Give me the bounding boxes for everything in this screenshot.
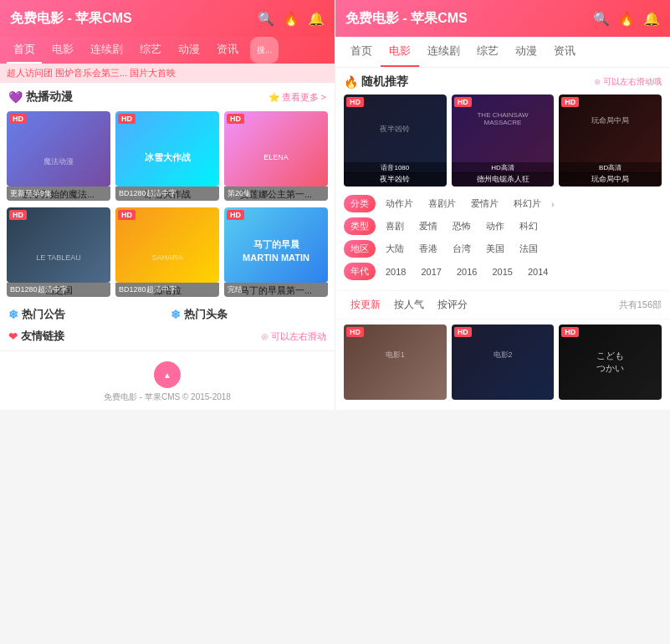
right-nav-anime[interactable]: 动漫 (507, 37, 545, 67)
left-nav-movie[interactable]: 电影 (45, 37, 80, 64)
cat-type-kongbu[interactable]: 恐怖 (448, 218, 476, 234)
random-card-1[interactable]: 夜半凶铃 HD 夜半凶铃 语音1080 (344, 95, 447, 187)
cat-label-year: 年代 (344, 263, 376, 280)
movie-badge-3: HD (227, 210, 244, 220)
random-scroll-hint: ⊙ 可以左右滑动哦 (594, 76, 662, 88)
right-nav-series[interactable]: 连续剧 (419, 37, 468, 67)
movie-card-3[interactable]: 马丁的早晨MARTIN MATIN HD 完结 马丁的早晨第一... (224, 207, 328, 297)
anime-card-3[interactable]: ELENA HD 第20集 艾莲娜公主第一... (224, 111, 328, 201)
sort-by-rating[interactable]: 按评分 (431, 296, 474, 314)
left-panel: 免费电影 - 苹果CMS 🔍 🔥 🔔 首页 电影 连续剧 综艺 动漫 资讯 搜.… (0, 0, 335, 410)
movie-overlay-3: 完结 (224, 283, 328, 297)
random-title-text: 随机推荐 (361, 74, 408, 89)
bell-icon[interactable]: 🔔 (308, 11, 325, 27)
cat-faguo[interactable]: 法国 (514, 241, 543, 257)
bottom-card-2[interactable]: 电影2 HD (452, 325, 555, 400)
cat-type-kehuan[interactable]: 科幻 (514, 218, 543, 234)
right-nav-news[interactable]: 资讯 (545, 37, 584, 67)
random-name-1: 夜半凶铃 (344, 172, 447, 187)
bottom-card-1[interactable]: 电影1 HD (344, 325, 447, 400)
friend-links-header: ❤ 友情链接 ⊙ 可以左右滑动 (8, 329, 326, 344)
right-header-icons: 🔍 🔥 🔔 (593, 11, 660, 27)
right-nav: 首页 电影 连续剧 综艺 动漫 资讯 (335, 37, 670, 68)
left-nav-news[interactable]: 资讯 (210, 37, 245, 64)
cat-2018[interactable]: 2018 (381, 265, 411, 279)
cat-xiju[interactable]: 喜剧片 (423, 196, 461, 212)
heart-icon: ❤ (8, 330, 18, 343)
friend-links-text: 友情链接 (21, 329, 64, 344)
cat-aiqing[interactable]: 爱情片 (466, 196, 504, 212)
bottom-card-3[interactable]: こどもつかい HD (559, 325, 662, 400)
sort-by-update[interactable]: 按更新 (344, 296, 387, 314)
cat-2014[interactable]: 2014 (523, 265, 553, 279)
right-bell-icon[interactable]: 🔔 (643, 11, 660, 27)
anime-overlay-1: 更新至第9集 (7, 187, 110, 201)
random-fire-icon: 🔥 (344, 75, 358, 89)
sort-bar: 按更新 按人气 按评分 共有156部 (335, 290, 670, 319)
star-icon: ⭐ (269, 92, 280, 103)
anime-badge-2: HD (118, 114, 136, 124)
category-row-type: 类型 喜剧 爱情 恐怖 动作 科幻 (344, 217, 662, 235)
movie-badge-1: HD (9, 210, 27, 220)
cat-type-aiqing[interactable]: 爱情 (414, 218, 442, 234)
headlines-section: ❄ 热门头条 (171, 307, 326, 322)
anime-title-text: 热播动漫 (26, 89, 73, 105)
anime-card-2[interactable]: 冰雪大作战 HD BD1280超清中字 冰雪大作战 (115, 111, 219, 201)
right-site-title: 免费电影 - 苹果CMS (345, 10, 468, 28)
notice-section: ❄ 热门公告 (8, 307, 164, 322)
random-badge-3: HD (561, 97, 579, 107)
cat-taiwan[interactable]: 台湾 (448, 241, 476, 257)
right-search-icon[interactable]: 🔍 (593, 11, 610, 27)
bottom-badge-1: HD (346, 327, 364, 337)
cat-type-dongzuo[interactable]: 动作 (481, 218, 509, 234)
fire-icon[interactable]: 🔥 (283, 11, 299, 27)
random-section: 🔥 随机推荐 ⊙ 可以左右滑动哦 夜半凶铃 HD 夜半凶铃 语音1080 THE… (335, 68, 670, 190)
footer-text: 免费电影 - 苹果CMS © 2015-2018 (104, 392, 231, 401)
anime-card-1[interactable]: 魔法动漫 HD 更新至第9集 从零开始的魔法... (7, 111, 110, 201)
random-card-3[interactable]: 玩命局中局 HD 玩命局中局 BD高清 (559, 95, 662, 187)
cat-2015[interactable]: 2015 (487, 265, 517, 279)
movie-card-1[interactable]: LE TABLEAU HD BD1280超清中字 画之国 (7, 207, 110, 297)
scroll-banner: 超人访问团 围炉音乐会第三... 国片大首映 (0, 64, 335, 83)
right-header: 免费电影 - 苹果CMS 🔍 🔥 🔔 (335, 0, 670, 37)
search-icon[interactable]: 🔍 (258, 11, 274, 27)
cat-2017[interactable]: 2017 (416, 265, 446, 279)
left-nav-search[interactable]: 搜... (250, 37, 279, 64)
movie-card-2[interactable]: SAHARA HD BD1280超清中字 撒哈拉 (115, 207, 219, 297)
cat-2016[interactable]: 2016 (452, 265, 482, 279)
cat-dalu[interactable]: 大陆 (381, 241, 409, 257)
sort-by-popularity[interactable]: 按人气 (387, 296, 431, 314)
left-header-icons: 🔍 🔥 🔔 (258, 11, 325, 27)
cat-type-xiju[interactable]: 喜剧 (381, 218, 409, 234)
anime-icon: 💜 (8, 90, 23, 104)
cat-meiguo[interactable]: 美国 (481, 241, 509, 257)
random-name-3: 玩命局中局 (559, 172, 662, 187)
anime-grid: 魔法动漫 HD 更新至第9集 从零开始的魔法... 冰雪大作战 HD BD128… (0, 108, 335, 204)
headlines-text: 热门头条 (184, 307, 228, 322)
left-header: 免费电影 - 苹果CMS 🔍 🔥 🔔 (0, 0, 335, 37)
category-row-region: 地区 大陆 香港 台湾 美国 法国 (344, 240, 662, 258)
bottom-sections: ❄ 热门公告 ❄ 热门头条 (0, 300, 335, 329)
friend-links-title: ❤ 友情链接 (8, 329, 64, 344)
left-nav-anime[interactable]: 动漫 (171, 37, 207, 64)
random-card-2[interactable]: THE CHAINSAWMASSACRE HD 德州电锯杀人狂 HD高清 (452, 95, 555, 187)
cat-dongzuo[interactable]: 动作片 (381, 196, 418, 212)
right-fire-icon[interactable]: 🔥 (618, 11, 635, 27)
right-nav-variety[interactable]: 综艺 (468, 37, 507, 67)
movie-badge-2: HD (118, 210, 136, 220)
snowflake-icon-2: ❄ (171, 308, 181, 321)
right-nav-home[interactable]: 首页 (342, 37, 381, 67)
anime-more-link[interactable]: ⭐ 查看更多 > (269, 91, 326, 104)
cat-xianggang[interactable]: 香港 (414, 241, 442, 257)
random-name-2: 德州电锯杀人狂 (452, 172, 555, 187)
cat-label-type: 类型 (344, 217, 376, 235)
left-nav-series[interactable]: 连续剧 (84, 37, 130, 64)
left-nav-variety[interactable]: 综艺 (133, 37, 168, 64)
anime-section-header: 💜 热播动漫 ⭐ 查看更多 > (0, 83, 335, 108)
bottom-badge-3: HD (561, 327, 579, 337)
scroll-up-button[interactable]: ▲ (154, 361, 181, 388)
right-nav-movie[interactable]: 电影 (381, 37, 419, 67)
cat-label-fenglei: 分类 (344, 195, 376, 212)
left-nav-home[interactable]: 首页 (7, 37, 42, 64)
cat-kehuan[interactable]: 科幻片 (509, 196, 546, 212)
